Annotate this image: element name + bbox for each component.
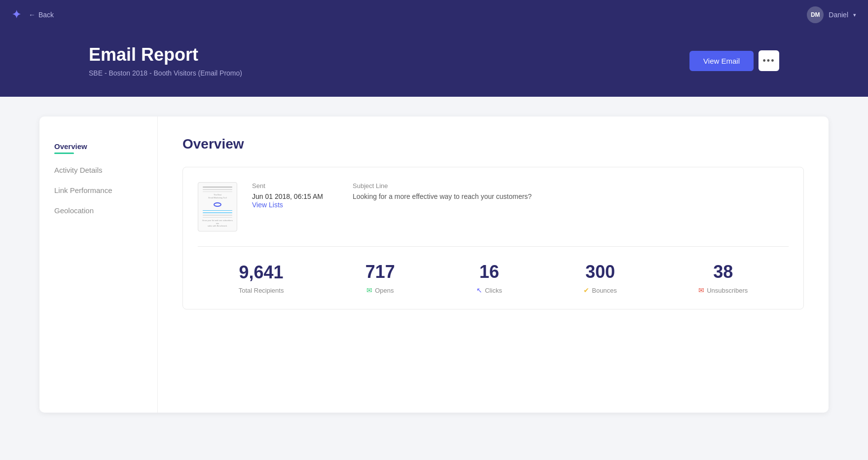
main-panel: Overview The BestEmail Marketing Tool bbox=[158, 116, 829, 413]
more-options-button[interactable]: ••• bbox=[759, 50, 779, 71]
unsubscribers-icon: ✉ bbox=[698, 286, 704, 294]
sidebar: Overview Activity Details Link Performan… bbox=[39, 116, 158, 413]
sidebar-item-overview[interactable]: Overview bbox=[54, 136, 143, 160]
thumb-line-colored-2 bbox=[203, 212, 232, 213]
user-name[interactable]: Daniel bbox=[829, 11, 848, 19]
top-nav: ✦ ← Back DM Daniel ▾ bbox=[0, 0, 868, 30]
thumb-line-4 bbox=[203, 215, 232, 216]
thumb-line-3 bbox=[203, 192, 232, 192]
stat-number-recipients: 9,641 bbox=[239, 262, 284, 283]
meta-subject: Subject Line Looking for a more effectiv… bbox=[353, 182, 532, 209]
stat-bounces: 300 ✔ Bounces bbox=[583, 262, 617, 294]
stats-row: 9,641 Total Recipients 717 ✉ Opens 1 bbox=[198, 247, 789, 294]
back-label: Back bbox=[38, 11, 54, 19]
logo-icon: ✦ bbox=[12, 8, 21, 21]
stat-number-unsubscribers: 38 bbox=[698, 262, 748, 282]
header-titles: Email Report SBE - Boston 2018 - Booth V… bbox=[89, 44, 242, 77]
subject-label: Subject Line bbox=[353, 182, 532, 190]
sidebar-item-activity-details[interactable]: Activity Details bbox=[54, 160, 143, 180]
page-header: Email Report SBE - Boston 2018 - Booth V… bbox=[0, 30, 868, 97]
stat-number-opens: 717 bbox=[365, 262, 395, 282]
stat-opens: 717 ✉ Opens bbox=[365, 262, 395, 294]
view-email-button[interactable]: View Email bbox=[689, 51, 754, 71]
clicks-icon: ↖ bbox=[476, 286, 482, 294]
thumb-circle bbox=[214, 202, 221, 207]
sent-label: Sent bbox=[252, 182, 323, 190]
page-subtitle: SBE - Boston 2018 - Booth Visitors (Emai… bbox=[89, 69, 242, 77]
nav-right: DM Daniel ▾ bbox=[807, 6, 856, 23]
stat-total-recipients: 9,641 Total Recipients bbox=[239, 262, 284, 294]
avatar: DM bbox=[807, 6, 824, 23]
unsubscribers-label: Unsubscribers bbox=[707, 287, 748, 294]
opens-icon: ✉ bbox=[366, 286, 372, 294]
nav-left: ✦ ← Back bbox=[12, 8, 54, 21]
sidebar-nav: Overview Activity Details Link Performan… bbox=[54, 136, 143, 221]
sidebar-item-link-performance[interactable]: Link Performance bbox=[54, 180, 143, 200]
bounces-label: Bounces bbox=[592, 287, 617, 294]
clicks-label: Clicks bbox=[485, 287, 502, 294]
sent-value: Jun 01 2018, 06:15 AM bbox=[252, 192, 323, 200]
overview-card: The BestEmail Marketing Tool Grow your l… bbox=[182, 167, 804, 309]
section-title: Overview bbox=[182, 136, 804, 152]
opens-label: Opens bbox=[375, 287, 394, 294]
main-content: Overview Activity Details Link Performan… bbox=[0, 97, 868, 460]
email-meta: Sent Jun 01 2018, 06:15 AM View Lists Su… bbox=[252, 182, 789, 209]
thumb-text-body: Grow your list and turn subscribers into… bbox=[201, 219, 234, 227]
stat-unsubscribers: 38 ✉ Unsubscribers bbox=[698, 262, 748, 294]
stat-number-clicks: 16 bbox=[476, 262, 502, 282]
thumb-line-5 bbox=[203, 217, 232, 218]
page-title: Email Report bbox=[89, 44, 242, 65]
stat-number-bounces: 300 bbox=[583, 262, 617, 282]
header-actions: View Email ••• bbox=[689, 50, 779, 71]
stat-clicks: 16 ↖ Clicks bbox=[476, 262, 502, 294]
meta-sent: Sent Jun 01 2018, 06:15 AM View Lists bbox=[252, 182, 323, 209]
bounces-icon: ✔ bbox=[583, 286, 589, 294]
back-arrow-icon: ← bbox=[29, 11, 36, 19]
thumb-text-title: The BestEmail Marketing Tool bbox=[208, 193, 226, 198]
thumb-line-colored-1 bbox=[203, 210, 232, 211]
email-thumbnail: The BestEmail Marketing Tool Grow your l… bbox=[198, 182, 237, 231]
back-button[interactable]: ← Back bbox=[29, 11, 54, 19]
thumb-line-2 bbox=[203, 189, 232, 190]
thumb-line-1 bbox=[203, 187, 232, 188]
sidebar-item-geolocation[interactable]: Geolocation bbox=[54, 200, 143, 221]
content-wrapper: Overview Activity Details Link Performan… bbox=[39, 116, 829, 413]
email-info-row: The BestEmail Marketing Tool Grow your l… bbox=[198, 182, 789, 247]
chevron-down-icon: ▾ bbox=[853, 12, 856, 18]
view-lists-link[interactable]: View Lists bbox=[252, 201, 283, 209]
recipients-label: Total Recipients bbox=[239, 287, 284, 294]
subject-value: Looking for a more effective way to reac… bbox=[353, 192, 532, 200]
